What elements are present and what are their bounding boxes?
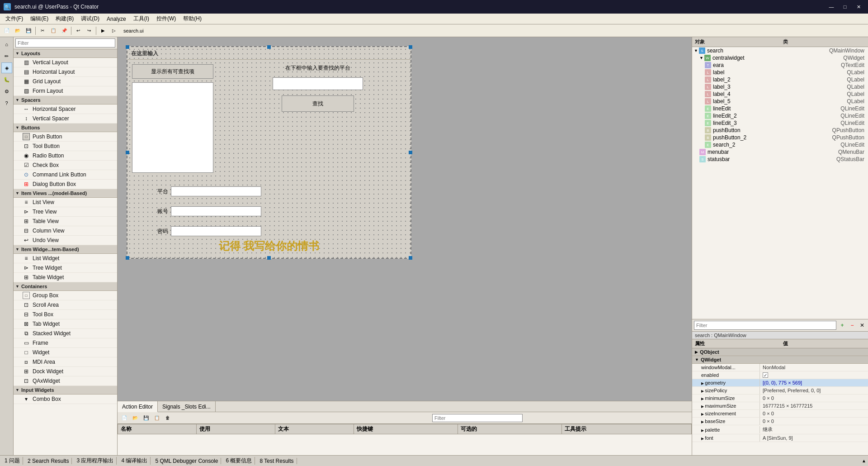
tree-item-pushbutton2[interactable]: B pushButton_2 QPushButton xyxy=(692,134,868,141)
show-all-button[interactable]: 显示所有可查找项 xyxy=(132,64,213,79)
widget-combo-box[interactable]: ▾ Combo Box xyxy=(14,395,117,404)
status-qml-debugger[interactable]: 5 QML Debugger Console xyxy=(152,458,221,464)
minimize-button[interactable]: — xyxy=(826,2,837,11)
password-input[interactable] xyxy=(171,226,261,236)
widget-form-layout[interactable]: ▧ Form Layout xyxy=(14,86,117,96)
prop-name-maximumsize[interactable]: maximumSize xyxy=(692,402,760,409)
tree-item-lineedit[interactable]: E lineEdit QLineEdit xyxy=(692,105,868,112)
eara-widget[interactable] xyxy=(132,82,213,173)
menu-controls[interactable]: 控件(W) xyxy=(153,14,179,24)
tree-item-label3[interactable]: L label_3 QLabel xyxy=(692,83,868,90)
prop-name-palette[interactable]: palette xyxy=(692,426,760,433)
platform-input[interactable] xyxy=(171,186,261,196)
widget-mdi-area[interactable]: ⧈ MDI Area xyxy=(14,357,117,367)
handle-br[interactable] xyxy=(409,256,412,260)
props-add-btn[interactable]: + xyxy=(838,321,846,329)
widget-tree-view[interactable]: ⊳ Tree View xyxy=(14,207,117,217)
widget-tree-widget[interactable]: ⊳ Tree Widget xyxy=(14,263,117,273)
tree-item-label[interactable]: L label QLabel xyxy=(692,69,868,76)
action-copy[interactable]: 📋 xyxy=(152,413,162,423)
widget-tool-button[interactable]: ⊡ Tool Button xyxy=(14,142,117,151)
tree-item-menubar[interactable]: M menubar QMenuBar xyxy=(692,148,868,156)
widget-tool-box[interactable]: ⊟ Tool Box xyxy=(14,310,117,319)
widget-list-view[interactable]: ≡ List View xyxy=(14,198,117,207)
props-filter-input[interactable] xyxy=(694,321,836,330)
status-summary[interactable]: 6 概要信息 xyxy=(223,457,255,465)
tree-item-lineedit2[interactable]: E lineEdit_2 QLineEdit xyxy=(692,112,868,119)
props-section-qobject[interactable]: ▶ QObject xyxy=(692,348,868,356)
widget-vertical-layout[interactable]: ▥ Vertical Layout xyxy=(14,58,117,67)
edit-icon[interactable]: ✏ xyxy=(1,51,12,62)
tree-item-label2[interactable]: L label_2 QLabel xyxy=(692,76,868,83)
group-buttons[interactable]: ▼Buttons xyxy=(14,124,117,132)
tab-action-editor[interactable]: Action Editor xyxy=(118,401,158,412)
widget-widget[interactable]: □ Widget xyxy=(14,348,117,357)
tb-save[interactable]: 💾 xyxy=(24,26,33,36)
prop-name-sizepolicy[interactable]: sizePolicy xyxy=(692,387,760,394)
widget-table-widget[interactable]: ⊞ Table Widget xyxy=(14,273,117,282)
status-test-results[interactable]: 8 Test Results xyxy=(257,458,297,464)
tree-item-pushbutton[interactable]: B pushButton QPushButton xyxy=(692,127,868,134)
account-input[interactable] xyxy=(171,206,261,216)
menu-build[interactable]: 构建(B) xyxy=(52,14,77,24)
tb-redo[interactable]: ↪ xyxy=(84,26,94,36)
status-app-output[interactable]: 3 应用程序输出 xyxy=(74,457,117,465)
tb-undo[interactable]: ↩ xyxy=(73,26,83,36)
prop-name-sizeincrement[interactable]: sizeIncrement xyxy=(692,410,760,417)
prop-name-geometry[interactable]: geometry xyxy=(692,379,760,386)
tree-item-eara[interactable]: T eara QTextEdit xyxy=(692,62,868,69)
action-new[interactable]: 📄 xyxy=(119,413,129,423)
widget-frame[interactable]: ▭ Frame xyxy=(14,338,117,348)
tree-item-search2[interactable]: E search_2 QLineEdit xyxy=(692,141,868,148)
group-item-views[interactable]: ▼Item Views ...(model-Based) xyxy=(14,189,117,198)
widget-grid-layout[interactable]: ▦ Grid Layout xyxy=(14,77,117,86)
menu-file[interactable]: 文件(F) xyxy=(2,14,27,24)
tree-item-label5[interactable]: L label_5 QLabel xyxy=(692,98,868,105)
tree-item-label4[interactable]: L label_4 QLabel xyxy=(692,90,868,98)
handle-tl[interactable] xyxy=(126,45,129,49)
menu-edit[interactable]: 编辑(E) xyxy=(27,14,52,24)
prop-name-basesize[interactable]: baseSize xyxy=(692,418,760,425)
tree-item-statusbar[interactable]: S statusbar QStatusBar xyxy=(692,156,868,163)
tree-item-lineedit3[interactable]: E lineEdit_3 QLineEdit xyxy=(692,119,868,127)
widget-horizontal-layout[interactable]: ▤ Horizontal Layout xyxy=(14,67,117,77)
menu-help[interactable]: 帮助(H) xyxy=(179,14,205,24)
status-compile-output[interactable]: 4 编译输出 xyxy=(118,457,151,465)
widget-list-widget[interactable]: ≡ List Widget xyxy=(14,254,117,263)
status-arrow[interactable]: ▲ xyxy=(862,458,866,463)
status-problems[interactable]: 1 问题 xyxy=(2,457,23,465)
debug-icon[interactable]: 🐛 xyxy=(1,74,12,85)
action-open[interactable]: 📂 xyxy=(130,413,140,423)
widget-tab-widget[interactable]: ⊠ Tab Widget xyxy=(14,319,117,329)
widget-dock-widget[interactable]: ⊞ Dock Widget xyxy=(14,367,117,376)
menu-debug[interactable]: 调试(D) xyxy=(77,14,103,24)
action-filter-input[interactable] xyxy=(432,414,523,422)
handle-tm[interactable] xyxy=(267,45,271,49)
props-settings-btn[interactable]: ✕ xyxy=(858,321,866,329)
tb-open[interactable]: 📂 xyxy=(13,26,23,36)
props-section-qwidget[interactable]: ▼ QWidget xyxy=(692,356,868,364)
widget-column-view[interactable]: ⊟ Column View xyxy=(14,226,117,236)
tb-cut[interactable]: ✂ xyxy=(38,26,47,36)
search-input-widget[interactable] xyxy=(273,77,363,90)
tb-copy[interactable]: 📋 xyxy=(48,26,58,36)
welcome-icon[interactable]: ⌂ xyxy=(1,39,12,50)
tb-run[interactable]: ▷ xyxy=(109,26,119,36)
widget-check-box[interactable]: ☑ Check Box xyxy=(14,161,117,170)
widget-dialog-button-box[interactable]: ⊞ Dialog Button Box xyxy=(14,180,117,189)
tree-item-search[interactable]: ▼ S search QMainWindow xyxy=(692,47,868,54)
group-containers[interactable]: ▼Containers xyxy=(14,282,117,291)
prop-value-enabled[interactable]: ✓ xyxy=(760,371,868,379)
group-layouts[interactable]: ▼Layouts xyxy=(14,49,117,58)
handle-ml[interactable] xyxy=(126,151,129,154)
widget-qaxwidget[interactable]: ⊡ QAxWidget xyxy=(14,376,117,386)
widget-table-view[interactable]: ⊞ Table View xyxy=(14,217,117,226)
widget-vertical-spacer[interactable]: ↕ Vertical Spacer xyxy=(14,114,117,124)
widget-command-link-button[interactable]: ⊙ Command Link Button xyxy=(14,170,117,180)
tab-signals-slots[interactable]: Signals _Slots Edi... xyxy=(158,401,216,412)
widget-horizontal-spacer[interactable]: ↔ Horizontal Spacer xyxy=(14,105,117,114)
widget-stacked-widget[interactable]: ⧉ Stacked Widget xyxy=(14,329,117,338)
widget-push-button[interactable]: □ Push Button xyxy=(14,132,117,142)
tb-new[interactable]: 📄 xyxy=(2,26,12,36)
handle-mr[interactable] xyxy=(409,151,412,154)
